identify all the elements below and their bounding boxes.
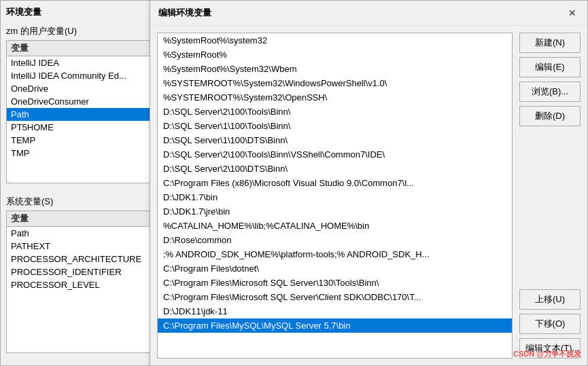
path-list-item[interactable]: D:\SQL Server\1\100\DTS\Binn\	[158, 133, 512, 147]
system-list-item[interactable]: PROCESSOR_ARCHITECTURE	[7, 253, 150, 266]
move-up-button[interactable]: 上移(U)	[519, 289, 581, 310]
path-list-item[interactable]: D:\JDK1.7\jre\bin	[158, 204, 512, 219]
path-list-item[interactable]: %SYSTEMROOT%\System32\WindowsPowerShell\…	[158, 76, 512, 90]
path-list-item[interactable]: C:\Program Files\Microsoft SQL Server\13…	[158, 276, 512, 290]
user-list-item[interactable]: IntelliJ IDEA Community Ed...	[7, 69, 150, 82]
env-panel-title: 环境变量	[6, 6, 150, 18]
dialog-body: %SystemRoot%\system32%SystemRoot%%System…	[150, 26, 587, 365]
system-list-item[interactable]: PROCESSOR_IDENTIFIER	[7, 266, 150, 278]
edit-button[interactable]: 编辑(E)	[519, 57, 581, 77]
watermark: CSDN @力争不脱发	[513, 349, 581, 359]
path-list: %SystemRoot%\system32%SystemRoot%%System…	[157, 33, 513, 359]
delete-button[interactable]: 删除(D)	[519, 106, 581, 126]
path-list-items: %SystemRoot%\system32%SystemRoot%%System…	[158, 33, 512, 333]
dialog-close-button[interactable]: ✕	[566, 6, 579, 20]
user-list-column-header: 变量	[7, 41, 150, 56]
user-list-item[interactable]: PT5HOME	[7, 121, 150, 134]
system-variables-list: 变量 PathPATHEXTPROCESSOR_ARCHITECTUREPROC…	[6, 211, 150, 354]
user-list-item[interactable]: Path	[7, 108, 150, 121]
move-down-button[interactable]: 下移(O)	[519, 314, 581, 334]
path-list-item[interactable]: %SystemRoot%	[158, 48, 512, 62]
path-list-item[interactable]: D:\JDK1.7\bin	[158, 190, 512, 204]
user-list-item[interactable]: IntelliJ IDEA	[7, 56, 150, 69]
path-list-item[interactable]: C:\Program Files\Microsoft SQL Server\Cl…	[158, 290, 512, 304]
edit-dialog: 编辑环境变量 ✕ %SystemRoot%\system32%SystemRoo…	[150, 0, 588, 366]
path-list-item[interactable]: C:\Program Files (x86)\Microsoft Visual …	[158, 176, 512, 190]
path-list-item[interactable]: D:\Rose\common	[158, 233, 512, 247]
path-list-item[interactable]: C:\Program Files\MySQL\MySQL Server 5.7\…	[158, 318, 512, 333]
path-list-item[interactable]: %SystemRoot%\System32\Wbem	[158, 62, 512, 76]
path-list-item[interactable]: ;% ANDROID_SDK_HOME%\platform-tools;% AN…	[158, 247, 512, 261]
dialog-title: 编辑环境变量	[158, 7, 211, 19]
user-list-item[interactable]: TMP	[7, 147, 150, 160]
user-variables-list: 变量 IntelliJ IDEAIntelliJ IDEA Community …	[6, 40, 150, 183]
user-list-item[interactable]: OneDrive	[7, 82, 150, 95]
new-button[interactable]: 新建(N)	[519, 33, 581, 53]
system-list-items: PathPATHEXTPROCESSOR_ARCHITECTUREPROCESS…	[7, 227, 150, 291]
browse-button[interactable]: 浏览(B)...	[519, 81, 581, 102]
path-list-item[interactable]: %CATALINA_HOME%\lib;%CATALINA_HOME%\bin	[158, 219, 512, 233]
user-list-item[interactable]: OneDriveConsumer	[7, 95, 150, 108]
path-list-item[interactable]: D:\SQL Server\2\100\Tools\Binn\VSShell\C…	[158, 147, 512, 162]
path-list-item[interactable]: C:\Program Files\dotnet\	[158, 261, 512, 276]
system-list-item[interactable]: Path	[7, 227, 150, 240]
path-list-item[interactable]: D:\SQL Server\2\100\DTS\Binn\	[158, 162, 512, 176]
system-list-item[interactable]: PROCESSOR_LEVEL	[7, 278, 150, 291]
system-list-column-header: 变量	[7, 211, 150, 227]
path-list-item[interactable]: D:\SQL Server\1\100\Tools\Binn\	[158, 119, 512, 133]
dialog-btn-container: 新建(N)编辑(E)浏览(B)...删除(D)上移(U)下移(O)编辑文本(T)…	[519, 33, 581, 359]
path-list-item[interactable]: %SYSTEMROOT%\System32\OpenSSH\	[158, 90, 512, 105]
user-list-items: IntelliJ IDEAIntelliJ IDEA Community Ed.…	[7, 56, 150, 160]
path-list-item[interactable]: D:\JDK11\jdk-11	[158, 304, 512, 318]
button-spacer	[519, 130, 581, 285]
system-list-item[interactable]: PATHEXT	[7, 240, 150, 253]
dialog-buttons: 新建(N)编辑(E)浏览(B)...删除(D)上移(U)下移(O)编辑文本(T)…	[519, 33, 581, 359]
system-section-label: 系统变量(S)	[6, 196, 150, 208]
path-list-item[interactable]: %SystemRoot%\system32	[158, 33, 512, 48]
path-list-item[interactable]: D:\SQL Server\2\100\Tools\Binn\	[158, 105, 512, 119]
user-list-item[interactable]: TEMP	[7, 134, 150, 147]
env-variables-panel: 环境变量 zm 的用户变量(U) 变量 IntelliJ IDEAIntelli…	[0, 0, 156, 366]
user-section-label: zm 的用户变量(U)	[6, 25, 150, 37]
dialog-titlebar: 编辑环境变量 ✕	[150, 1, 587, 26]
